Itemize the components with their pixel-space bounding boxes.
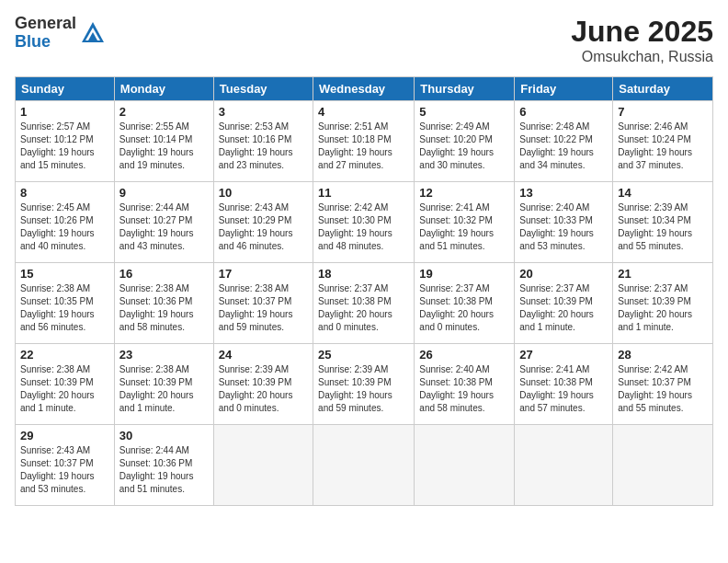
logo-icon (80, 20, 106, 46)
day-info: Sunrise: 2:41 AM Sunset: 10:38 PM Daylig… (519, 363, 608, 415)
day-info: Sunrise: 2:38 AM Sunset: 10:39 PM Daylig… (119, 363, 209, 415)
empty-cell (415, 425, 515, 506)
day-cell-20: 20Sunrise: 2:37 AM Sunset: 10:39 PM Dayl… (515, 263, 613, 344)
day-cell-23: 23Sunrise: 2:38 AM Sunset: 10:39 PM Dayl… (114, 344, 213, 425)
day-number: 12 (419, 186, 509, 200)
calendar-header-friday: Friday (515, 77, 613, 101)
day-info: Sunrise: 2:43 AM Sunset: 10:37 PM Daylig… (20, 444, 109, 496)
day-number: 29 (20, 429, 109, 442)
month-title: June 2025 (571, 15, 713, 49)
day-number: 25 (318, 348, 409, 362)
day-cell-13: 13Sunrise: 2:40 AM Sunset: 10:33 PM Dayl… (515, 182, 613, 263)
day-cell-11: 11Sunrise: 2:42 AM Sunset: 10:30 PM Dayl… (313, 182, 415, 263)
day-info: Sunrise: 2:42 AM Sunset: 10:37 PM Daylig… (618, 363, 708, 415)
day-info: Sunrise: 2:45 AM Sunset: 10:26 PM Daylig… (20, 201, 109, 253)
day-cell-7: 7Sunrise: 2:46 AM Sunset: 10:24 PM Dayli… (613, 101, 713, 182)
day-cell-28: 28Sunrise: 2:42 AM Sunset: 10:37 PM Dayl… (613, 344, 713, 425)
location: Omsukchan, Russia (571, 49, 713, 65)
calendar-header-tuesday: Tuesday (213, 77, 313, 101)
logo: General Blue (15, 15, 106, 52)
day-info: Sunrise: 2:37 AM Sunset: 10:38 PM Daylig… (318, 282, 409, 334)
day-info: Sunrise: 2:55 AM Sunset: 10:14 PM Daylig… (119, 121, 209, 172)
day-info: Sunrise: 2:38 AM Sunset: 10:37 PM Daylig… (219, 282, 308, 334)
day-number: 20 (519, 267, 608, 281)
day-info: Sunrise: 2:51 AM Sunset: 10:18 PM Daylig… (318, 121, 409, 172)
day-number: 17 (219, 267, 308, 281)
day-number: 21 (618, 267, 708, 281)
day-info: Sunrise: 2:53 AM Sunset: 10:16 PM Daylig… (219, 121, 308, 172)
day-number: 9 (119, 186, 209, 200)
week-row-5: 29Sunrise: 2:43 AM Sunset: 10:37 PM Dayl… (16, 425, 713, 506)
day-number: 23 (119, 348, 209, 362)
day-cell-14: 14Sunrise: 2:39 AM Sunset: 10:34 PM Dayl… (613, 182, 713, 263)
day-number: 28 (618, 348, 708, 362)
day-number: 13 (519, 186, 608, 200)
day-info: Sunrise: 2:48 AM Sunset: 10:22 PM Daylig… (519, 121, 608, 172)
day-info: Sunrise: 2:39 AM Sunset: 10:39 PM Daylig… (318, 363, 409, 415)
day-info: Sunrise: 2:38 AM Sunset: 10:36 PM Daylig… (119, 282, 209, 334)
calendar-header-saturday: Saturday (613, 77, 713, 101)
day-cell-2: 2Sunrise: 2:55 AM Sunset: 10:14 PM Dayli… (114, 101, 213, 182)
day-cell-24: 24Sunrise: 2:39 AM Sunset: 10:39 PM Dayl… (213, 344, 313, 425)
day-cell-9: 9Sunrise: 2:44 AM Sunset: 10:27 PM Dayli… (114, 182, 213, 263)
day-number: 1 (20, 105, 109, 119)
day-info: Sunrise: 2:38 AM Sunset: 10:35 PM Daylig… (20, 282, 109, 334)
day-number: 8 (20, 186, 109, 200)
day-info: Sunrise: 2:37 AM Sunset: 10:39 PM Daylig… (618, 282, 708, 334)
day-number: 11 (318, 186, 409, 200)
day-info: Sunrise: 2:49 AM Sunset: 10:20 PM Daylig… (419, 121, 509, 172)
day-number: 30 (119, 429, 209, 442)
calendar-header-thursday: Thursday (415, 77, 515, 101)
day-cell-3: 3Sunrise: 2:53 AM Sunset: 10:16 PM Dayli… (213, 101, 313, 182)
day-number: 7 (618, 105, 708, 119)
day-info: Sunrise: 2:40 AM Sunset: 10:33 PM Daylig… (519, 201, 608, 253)
calendar-header-sunday: Sunday (16, 77, 115, 101)
day-cell-29: 29Sunrise: 2:43 AM Sunset: 10:37 PM Dayl… (16, 425, 115, 506)
day-info: Sunrise: 2:57 AM Sunset: 10:12 PM Daylig… (20, 121, 109, 172)
week-row-4: 22Sunrise: 2:38 AM Sunset: 10:39 PM Dayl… (16, 344, 713, 425)
day-info: Sunrise: 2:38 AM Sunset: 10:39 PM Daylig… (20, 363, 109, 415)
day-cell-6: 6Sunrise: 2:48 AM Sunset: 10:22 PM Dayli… (515, 101, 613, 182)
day-number: 18 (318, 267, 409, 281)
day-info: Sunrise: 2:44 AM Sunset: 10:27 PM Daylig… (119, 201, 209, 253)
day-cell-18: 18Sunrise: 2:37 AM Sunset: 10:38 PM Dayl… (313, 263, 415, 344)
day-info: Sunrise: 2:43 AM Sunset: 10:29 PM Daylig… (219, 201, 308, 253)
day-number: 4 (318, 105, 409, 119)
week-row-1: 1Sunrise: 2:57 AM Sunset: 10:12 PM Dayli… (16, 101, 713, 182)
empty-cell (213, 425, 313, 506)
day-info: Sunrise: 2:39 AM Sunset: 10:39 PM Daylig… (219, 363, 308, 415)
day-cell-8: 8Sunrise: 2:45 AM Sunset: 10:26 PM Dayli… (16, 182, 115, 263)
day-info: Sunrise: 2:41 AM Sunset: 10:32 PM Daylig… (419, 201, 509, 253)
logo-blue-text: Blue (15, 33, 76, 52)
day-number: 6 (519, 105, 608, 119)
week-row-2: 8Sunrise: 2:45 AM Sunset: 10:26 PM Dayli… (16, 182, 713, 263)
day-cell-5: 5Sunrise: 2:49 AM Sunset: 10:20 PM Dayli… (415, 101, 515, 182)
day-cell-21: 21Sunrise: 2:37 AM Sunset: 10:39 PM Dayl… (613, 263, 713, 344)
day-cell-15: 15Sunrise: 2:38 AM Sunset: 10:35 PM Dayl… (16, 263, 115, 344)
day-number: 3 (219, 105, 308, 119)
day-cell-26: 26Sunrise: 2:40 AM Sunset: 10:38 PM Dayl… (415, 344, 515, 425)
empty-cell (313, 425, 415, 506)
page-header: General Blue June 2025 Omsukchan, Russia (15, 15, 713, 65)
day-cell-12: 12Sunrise: 2:41 AM Sunset: 10:32 PM Dayl… (415, 182, 515, 263)
calendar-header-row: SundayMondayTuesdayWednesdayThursdayFrid… (16, 77, 713, 101)
day-number: 5 (419, 105, 509, 119)
day-info: Sunrise: 2:42 AM Sunset: 10:30 PM Daylig… (318, 201, 409, 253)
day-info: Sunrise: 2:40 AM Sunset: 10:38 PM Daylig… (419, 363, 509, 415)
day-cell-1: 1Sunrise: 2:57 AM Sunset: 10:12 PM Dayli… (16, 101, 115, 182)
week-row-3: 15Sunrise: 2:38 AM Sunset: 10:35 PM Dayl… (16, 263, 713, 344)
day-number: 27 (519, 348, 608, 362)
day-info: Sunrise: 2:44 AM Sunset: 10:36 PM Daylig… (119, 444, 209, 496)
day-number: 14 (618, 186, 708, 200)
calendar-header-wednesday: Wednesday (313, 77, 415, 101)
day-number: 19 (419, 267, 509, 281)
day-number: 24 (219, 348, 308, 362)
day-info: Sunrise: 2:39 AM Sunset: 10:34 PM Daylig… (618, 201, 708, 253)
empty-cell (613, 425, 713, 506)
day-number: 2 (119, 105, 209, 119)
day-cell-30: 30Sunrise: 2:44 AM Sunset: 10:36 PM Dayl… (114, 425, 213, 506)
day-cell-16: 16Sunrise: 2:38 AM Sunset: 10:36 PM Dayl… (114, 263, 213, 344)
day-info: Sunrise: 2:46 AM Sunset: 10:24 PM Daylig… (618, 121, 708, 172)
day-number: 16 (119, 267, 209, 281)
day-cell-25: 25Sunrise: 2:39 AM Sunset: 10:39 PM Dayl… (313, 344, 415, 425)
